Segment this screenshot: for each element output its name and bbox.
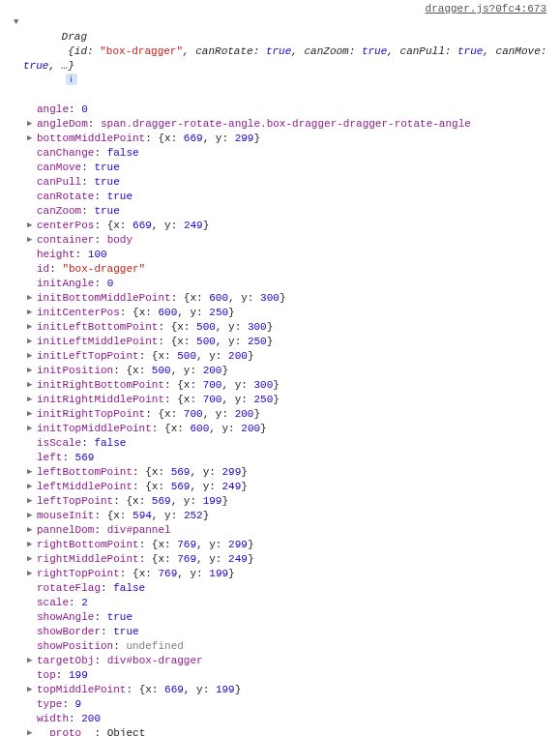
caret-right-icon[interactable]: ▶	[27, 378, 37, 393]
property-row[interactable]: ▶rightTopPoint: {x: 769, y: 199}	[4, 567, 556, 581]
caret-down-icon[interactable]: ▼	[14, 15, 23, 30]
property-row[interactable]: ▶mouseInit: {x: 594, y: 252}	[4, 509, 556, 523]
caret-spacer: ▶	[27, 625, 37, 639]
property-value: "box-dragger"	[62, 263, 145, 275]
caret-spacer: ▶	[27, 668, 37, 683]
property-row[interactable]: ▶__proto__: Object	[4, 726, 556, 736]
caret-right-icon[interactable]: ▶	[27, 407, 37, 422]
caret-right-icon[interactable]: ▶	[27, 683, 37, 697]
caret-right-icon[interactable]: ▶	[27, 393, 37, 407]
property-content: mouseInit: {x: 594, y: 252}	[37, 509, 556, 523]
caret-right-icon[interactable]: ▶	[27, 117, 37, 132]
property-row[interactable]: ▶initBottomMiddlePoint: {x: 600, y: 300}	[4, 291, 556, 306]
property-content: initBottomMiddlePoint: {x: 600, y: 300}	[37, 291, 556, 306]
caret-right-icon[interactable]: ▶	[27, 306, 37, 320]
caret-right-icon[interactable]: ▶	[27, 349, 37, 364]
property-row[interactable]: ▶leftTopPoint: {x: 569, y: 199}	[4, 494, 556, 509]
object-header-row[interactable]: ▼ Drag {id: "box-dragger", canRotate: tr…	[4, 15, 556, 103]
x-value: 500	[152, 365, 171, 376]
property-content: rotateFlag: false	[37, 581, 556, 596]
property-row: ▶canPull: true	[4, 175, 556, 190]
y-value: 200	[235, 408, 254, 420]
property-row[interactable]: ▶initPosition: {x: 500, y: 200}	[4, 364, 556, 378]
property-row[interactable]: ▶pannelDom: div#pannel	[4, 523, 556, 538]
y-value: 200	[203, 365, 222, 376]
property-row[interactable]: ▶rightBottomPoint: {x: 769, y: 299}	[4, 538, 556, 552]
property-value: 569	[75, 452, 95, 463]
caret-right-icon[interactable]: ▶	[27, 494, 37, 509]
property-row[interactable]: ▶bottomMiddlePoint: {x: 669, y: 299}	[4, 132, 556, 146]
property-row[interactable]: ▶topMiddlePoint: {x: 669, y: 199}	[4, 683, 556, 697]
caret-right-icon[interactable]: ▶	[27, 132, 37, 146]
property-row: ▶rotateFlag: false	[4, 581, 556, 596]
property-row[interactable]: ▶initTopMiddlePoint: {x: 600, y: 200}	[4, 422, 556, 436]
property-row: ▶initAngle: 0	[4, 277, 556, 291]
property-row[interactable]: ▶leftBottomPoint: {x: 569, y: 299}	[4, 465, 556, 480]
property-name: canMove	[37, 162, 81, 173]
property-content: showPosition: undefined	[37, 639, 556, 654]
property-content: showBorder: true	[37, 625, 556, 639]
property-name: id	[37, 263, 49, 275]
property-value: 200	[81, 713, 101, 724]
property-content: targetObj: div#box-dragger	[37, 654, 556, 668]
caret-right-icon[interactable]: ▶	[27, 480, 37, 494]
property-name: rightBottomPoint	[37, 539, 139, 550]
caret-right-icon[interactable]: ▶	[27, 291, 37, 306]
y-value: 252	[184, 510, 203, 521]
caret-spacer: ▶	[27, 190, 37, 204]
caret-right-icon[interactable]: ▶	[27, 552, 37, 567]
property-value: true	[94, 205, 119, 217]
caret-right-icon[interactable]: ▶	[27, 335, 37, 349]
property-value: true	[94, 176, 119, 188]
property-row[interactable]: ▶angleDom: span.dragger-rotate-angle.box…	[4, 117, 556, 132]
property-row[interactable]: ▶initLeftBottomPoint: {x: 500, y: 300}	[4, 320, 556, 335]
caret-right-icon[interactable]: ▶	[27, 538, 37, 552]
property-name: canRotate	[37, 191, 94, 202]
class-name: Drag	[62, 31, 87, 43]
property-row: ▶showPosition: undefined	[4, 639, 556, 654]
property-content: canPull: true	[37, 175, 556, 190]
property-value: Object	[107, 727, 146, 736]
property-row[interactable]: ▶container: body	[4, 233, 556, 248]
property-content: centerPos: {x: 669, y: 249}	[37, 219, 556, 233]
property-name: pannelDom	[37, 524, 94, 536]
caret-right-icon[interactable]: ▶	[27, 233, 37, 248]
property-name: top	[37, 669, 56, 681]
caret-right-icon[interactable]: ▶	[27, 523, 37, 538]
property-name: mouseInit	[37, 510, 94, 521]
caret-right-icon[interactable]: ▶	[27, 465, 37, 480]
property-row: ▶scale: 2	[4, 596, 556, 610]
property-row[interactable]: ▶leftMiddlePoint: {x: 569, y: 249}	[4, 480, 556, 494]
property-value: true	[113, 626, 138, 637]
caret-right-icon[interactable]: ▶	[27, 726, 37, 736]
property-content: topMiddlePoint: {x: 669, y: 199}	[37, 683, 556, 697]
property-row: ▶left: 569	[4, 451, 556, 465]
source-link[interactable]: dragger.js?0fc4:673	[426, 3, 546, 15]
property-row[interactable]: ▶centerPos: {x: 669, y: 249}	[4, 219, 556, 233]
caret-right-icon[interactable]: ▶	[27, 219, 37, 233]
caret-right-icon[interactable]: ▶	[27, 567, 37, 581]
property-value: false	[107, 147, 139, 159]
caret-right-icon[interactable]: ▶	[27, 509, 37, 523]
property-row[interactable]: ▶initLeftMiddlePoint: {x: 500, y: 250}	[4, 335, 556, 349]
property-row[interactable]: ▶initRightTopPoint: {x: 700, y: 200}	[4, 407, 556, 422]
property-row[interactable]: ▶initCenterPos: {x: 600, y: 250}	[4, 306, 556, 320]
property-row[interactable]: ▶initLeftTopPoint: {x: 500, y: 200}	[4, 349, 556, 364]
property-row[interactable]: ▶rightMiddlePoint: {x: 769, y: 249}	[4, 552, 556, 567]
caret-right-icon[interactable]: ▶	[27, 422, 37, 436]
property-row: ▶type: 9	[4, 697, 556, 712]
info-icon[interactable]: i	[66, 74, 77, 85]
property-row[interactable]: ▶initRightMiddlePoint: {x: 700, y: 250}	[4, 393, 556, 407]
x-value: 769	[177, 539, 196, 550]
caret-right-icon[interactable]: ▶	[27, 364, 37, 378]
property-value: 0	[81, 103, 88, 115]
caret-right-icon[interactable]: ▶	[27, 654, 37, 668]
y-value: 250	[253, 394, 273, 405]
x-value: 700	[203, 394, 222, 405]
property-row[interactable]: ▶targetObj: div#box-dragger	[4, 654, 556, 668]
property-name: centerPos	[37, 220, 94, 231]
property-row: ▶angle: 0	[4, 103, 556, 117]
property-row: ▶canZoom: true	[4, 204, 556, 219]
property-row[interactable]: ▶initRightBottomPoint: {x: 700, y: 300}	[4, 378, 556, 393]
caret-right-icon[interactable]: ▶	[27, 320, 37, 335]
